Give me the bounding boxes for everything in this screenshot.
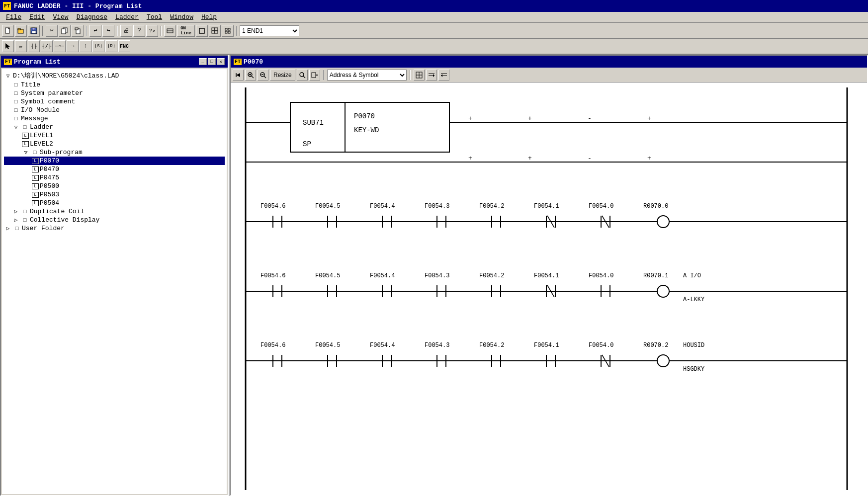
svg-rect-20 (228, 31, 230, 33)
resize-button[interactable]: Resize (270, 70, 295, 81)
copy-button[interactable] (59, 25, 71, 37)
close-button[interactable]: ✕ (217, 58, 225, 65)
svg-marker-22 (236, 73, 240, 77)
noc-contact[interactable]: ┤├ (28, 40, 40, 52)
pencil-tool[interactable]: ✏ (15, 40, 27, 52)
menu-diagnose[interactable]: Diagnose (73, 13, 111, 21)
zoom-out-button[interactable] (258, 70, 268, 81)
cursor-tool[interactable] (2, 40, 14, 52)
tree-iomod[interactable]: □ I/O Module (4, 106, 225, 114)
find-button[interactable] (297, 70, 308, 81)
b1-button[interactable] (164, 25, 176, 37)
new-button[interactable] (2, 25, 14, 37)
save-button[interactable] (28, 25, 40, 37)
paste-button[interactable] (72, 25, 84, 37)
ladder-view-btn3[interactable] (438, 70, 449, 81)
print-button[interactable]: 🖨 (120, 25, 132, 37)
tree-path[interactable]: ▽ D:\培训\MORE\G5024\class.LAD (4, 71, 225, 81)
menu-ladder[interactable]: Ladder (111, 13, 143, 21)
minimize-button[interactable]: _ (199, 58, 207, 65)
ladder-view-btn2[interactable] (426, 70, 437, 81)
folder-icon3: □ (21, 217, 29, 224)
panel-controls: _ □ ✕ (199, 58, 225, 65)
tree-symcom[interactable]: □ Symbol comment (4, 97, 225, 106)
set-coil[interactable]: {S} (92, 40, 104, 52)
svg-text:+: + (528, 155, 532, 162)
tree-p0070[interactable]: L P0070 (4, 157, 225, 165)
svg-line-32 (303, 76, 305, 78)
tree-level1[interactable]: L LEVEL1 (4, 131, 225, 140)
cut-button[interactable]: ✂ (46, 25, 58, 37)
svg-text:F0054.1: F0054.1 (534, 203, 559, 210)
svg-text:+: + (468, 155, 472, 162)
address-mode-dropdown[interactable]: Address & Symbol Address Only Symbol Onl… (327, 70, 407, 81)
svg-marker-41 (433, 74, 434, 77)
tree-p0503[interactable]: L P0503 (4, 190, 225, 199)
b4-button[interactable] (222, 25, 234, 37)
subfolder-expand-icon: ▽ (22, 149, 30, 156)
help-button[interactable]: ? (133, 25, 145, 37)
svg-marker-21 (5, 43, 10, 49)
b3-button[interactable] (209, 25, 221, 37)
redo-button[interactable]: ↪ (102, 25, 114, 37)
ladder-panel-icon: FT (234, 59, 242, 65)
tree-sysparam[interactable]: □ System parameter (4, 89, 225, 97)
tree-title[interactable]: □ Title (4, 81, 225, 89)
uarrow-tool[interactable]: ↑ (80, 40, 91, 52)
tree-p0500[interactable]: L P0500 (4, 182, 225, 190)
tree-message[interactable]: □ Message (4, 114, 225, 123)
menu-tool[interactable]: Tool (143, 13, 166, 21)
tree-ladder[interactable]: ▽ □ Ladder (4, 123, 225, 131)
ladder-area[interactable]: SUB71 SP P0070 KEY-WD + + - + + + - + (231, 83, 867, 495)
svg-point-104 (657, 216, 669, 228)
lsep1 (323, 70, 324, 80)
svg-line-29 (264, 76, 266, 78)
fnc-block[interactable]: FNC (118, 40, 130, 52)
menu-help[interactable]: Help (197, 13, 221, 21)
tree-p0475[interactable]: L P0475 (4, 173, 225, 182)
program-dropdown[interactable]: 1 END1 (240, 25, 299, 36)
prog-icon2: L (22, 141, 29, 147)
menu-file[interactable]: File (2, 13, 25, 21)
ncc-contact[interactable]: ┤/├ (41, 40, 53, 52)
maximize-button[interactable]: □ (208, 58, 216, 65)
tree-dupcoil[interactable]: ▷ □ Duplicate Coil (4, 207, 225, 216)
helpctx-button[interactable]: ?↗ (146, 25, 158, 37)
rarrow-tool[interactable]: → (67, 40, 79, 52)
folder-closed-icon2: ▷ (12, 217, 20, 224)
menu-edit[interactable]: Edit (25, 13, 49, 21)
tree-subprog[interactable]: ▽ □ Sub-program (4, 148, 225, 157)
tree-coldisp[interactable]: ▷ □ Collective Display (4, 216, 225, 224)
svg-text:+: + (468, 115, 472, 122)
doc-icon2: □ (12, 90, 20, 97)
ladder-panel: FT P0070 Resize Address & (230, 55, 868, 496)
program-list-title-bar: FT Program List _ □ ✕ (1, 56, 228, 68)
tree-coldisp-label: Collective Display (30, 216, 99, 224)
menu-window[interactable]: Window (166, 13, 197, 21)
ladder-tb-1[interactable] (233, 70, 244, 81)
tree-sysparam-label: System parameter (21, 89, 83, 97)
undo-button[interactable]: ↩ (89, 25, 101, 37)
svg-marker-44 (441, 74, 442, 77)
ladder-diagram: SUB71 SP P0070 KEY-WD + + - + + + - + (231, 83, 857, 490)
tree-level2[interactable]: L LEVEL2 (4, 140, 225, 148)
tree-userfolder[interactable]: ▷ □ User Folder (4, 224, 225, 233)
find-next-button[interactable] (309, 70, 320, 81)
ladder-view-btn1[interactable] (414, 70, 425, 81)
svg-text:F0054.5: F0054.5 (315, 272, 340, 279)
sep5 (236, 26, 237, 36)
svg-text:F0054.3: F0054.3 (425, 272, 449, 279)
b2-button[interactable] (196, 25, 208, 37)
tree-p0504[interactable]: L P0504 (4, 199, 225, 207)
tree-p0470[interactable]: L P0470 (4, 165, 225, 173)
open-button[interactable] (15, 25, 27, 37)
noh-contact[interactable]: ─○─ (54, 40, 66, 52)
svg-point-188 (657, 355, 669, 367)
menu-view[interactable]: View (49, 13, 72, 21)
prog-icon7: L (32, 192, 39, 198)
online-button[interactable]: ONLine (177, 25, 195, 37)
reset-coil[interactable]: {R} (105, 40, 117, 52)
svg-rect-16 (215, 31, 218, 33)
zoom-in-button[interactable] (245, 70, 256, 81)
program-list-panel: FT Program List _ □ ✕ ▽ D:\培训\MORE\G5024… (0, 55, 229, 496)
